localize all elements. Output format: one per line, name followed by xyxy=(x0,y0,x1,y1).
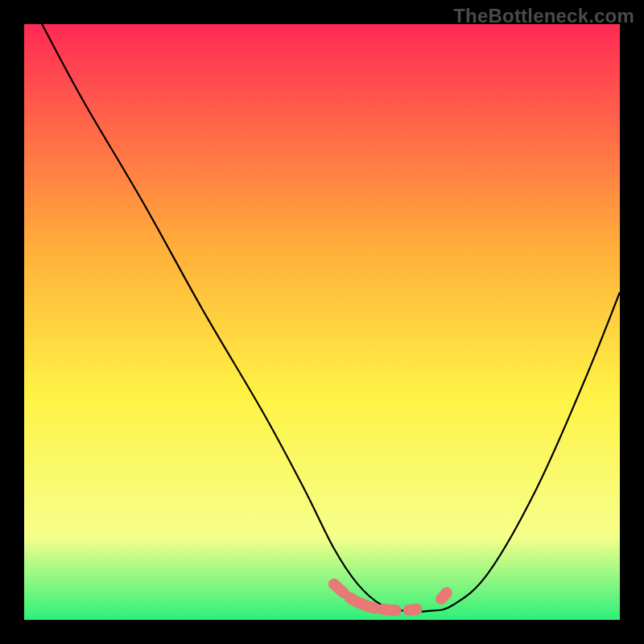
gradient-background xyxy=(24,24,620,620)
watermark-text: TheBottleneck.com xyxy=(453,5,634,27)
bottleneck-chart xyxy=(24,24,620,620)
chart-frame: TheBottleneck.com xyxy=(0,0,644,644)
plot-area xyxy=(24,24,620,620)
